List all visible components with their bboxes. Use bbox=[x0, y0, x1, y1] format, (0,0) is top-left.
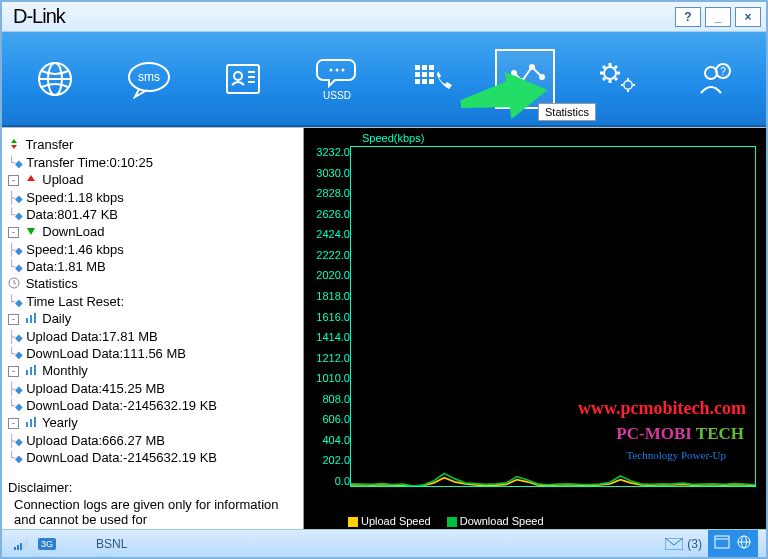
close-button[interactable]: × bbox=[735, 7, 761, 27]
stats-tree: Transfer └◆Transfer Time:0:10:25 - Uploa… bbox=[2, 128, 304, 529]
tree-value: Upload Data:17.81 MB bbox=[26, 329, 158, 344]
svg-rect-16 bbox=[415, 72, 420, 77]
tree-label: DownLoad bbox=[42, 224, 104, 239]
bar-chart-icon bbox=[25, 312, 37, 327]
tree-statistics[interactable]: Statistics bbox=[8, 275, 297, 293]
svg-point-26 bbox=[540, 75, 544, 79]
svg-line-35 bbox=[615, 78, 617, 80]
svg-rect-56 bbox=[17, 545, 19, 550]
window-icon[interactable] bbox=[714, 535, 730, 552]
legend-upload: Upload Speed bbox=[348, 515, 431, 527]
svg-rect-51 bbox=[34, 365, 36, 375]
help-icon: ? bbox=[684, 10, 691, 24]
tree-monthly-download[interactable]: └◆DownLoad Data:-2145632.19 KB bbox=[8, 397, 297, 414]
collapse-icon[interactable]: - bbox=[8, 418, 19, 429]
ussd-button[interactable]: USSD bbox=[307, 49, 367, 109]
collapse-icon[interactable]: - bbox=[8, 366, 19, 377]
tree-monthly-upload[interactable]: ├◆Upload Data:415.25 MB bbox=[8, 380, 297, 397]
svg-rect-54 bbox=[34, 417, 36, 427]
tree-label: Daily bbox=[42, 311, 71, 326]
svg-rect-19 bbox=[415, 79, 420, 84]
close-icon: × bbox=[744, 10, 751, 24]
globe-small-icon[interactable] bbox=[736, 534, 752, 553]
svg-rect-15 bbox=[429, 65, 434, 70]
gears-icon bbox=[596, 59, 642, 99]
svg-rect-46 bbox=[26, 318, 28, 323]
tree-monthly[interactable]: - Monthly bbox=[8, 362, 297, 380]
tree-download[interactable]: - DownLoad bbox=[8, 223, 297, 241]
internet-button[interactable] bbox=[25, 49, 85, 109]
sms-icon: sms bbox=[125, 59, 173, 99]
operator-name: BSNL bbox=[96, 537, 127, 551]
minimize-icon: _ bbox=[715, 10, 722, 24]
tree-yearly-download[interactable]: └◆DownLoad Data:-2145632.19 KB bbox=[8, 449, 297, 466]
collapse-icon[interactable]: - bbox=[8, 175, 19, 186]
tree-value: Time Last Reset: bbox=[26, 294, 124, 309]
svg-rect-21 bbox=[429, 79, 434, 84]
collapse-icon[interactable]: - bbox=[8, 314, 19, 325]
collapse-icon[interactable]: - bbox=[8, 227, 19, 238]
mail-icon[interactable] bbox=[665, 538, 683, 550]
transfer-icon bbox=[8, 138, 20, 153]
tree-label: Statistics bbox=[26, 276, 78, 291]
contacts-button[interactable] bbox=[213, 49, 273, 109]
tree-daily-upload[interactable]: ├◆Upload Data:17.81 MB bbox=[8, 328, 297, 345]
contacts-icon bbox=[221, 59, 265, 99]
tree-time-last-reset[interactable]: └◆Time Last Reset: bbox=[8, 293, 297, 310]
svg-rect-48 bbox=[34, 313, 36, 323]
settings-button[interactable] bbox=[589, 49, 649, 109]
tree-yearly-upload[interactable]: ├◆Upload Data:666.27 MB bbox=[8, 432, 297, 449]
svg-point-22 bbox=[504, 87, 508, 91]
message-count: (3) bbox=[687, 537, 702, 551]
svg-rect-59 bbox=[26, 539, 28, 550]
svg-rect-52 bbox=[26, 422, 28, 427]
tree-yearly[interactable]: - Yearly bbox=[8, 414, 297, 432]
chart-y-axis: 3232.03030.02828.02626.02424.02222.02020… bbox=[310, 134, 350, 523]
ussd-label: USSD bbox=[323, 90, 351, 101]
svg-rect-14 bbox=[422, 65, 427, 70]
tree-upload-data[interactable]: └◆Data:801.47 KB bbox=[8, 206, 297, 223]
main-toolbar: sms USSD ? bbox=[2, 32, 766, 127]
svg-point-12 bbox=[342, 69, 345, 72]
bar-chart-icon bbox=[25, 364, 37, 379]
tree-value: Transfer Time:0:10:25 bbox=[26, 155, 153, 170]
svg-rect-18 bbox=[429, 72, 434, 77]
statistics-button[interactable] bbox=[495, 49, 555, 109]
call-button[interactable] bbox=[401, 49, 461, 109]
svg-rect-50 bbox=[30, 367, 32, 375]
tree-upload[interactable]: - Upload bbox=[8, 171, 297, 189]
svg-line-33 bbox=[615, 66, 617, 68]
watermark-tagline: Technology Power-Up bbox=[626, 449, 726, 461]
sms-button[interactable]: sms bbox=[119, 49, 179, 109]
svg-point-23 bbox=[512, 71, 516, 75]
tree-value: DownLoad Data:111.56 MB bbox=[26, 346, 186, 361]
tree-daily[interactable]: - Daily bbox=[8, 310, 297, 328]
tree-daily-download[interactable]: └◆DownLoad Data:111.56 MB bbox=[8, 345, 297, 362]
speed-chart-panel: Speed(kbps) 3232.03030.02828.02626.02424… bbox=[304, 128, 766, 529]
content-area: Transfer └◆Transfer Time:0:10:25 - Uploa… bbox=[2, 127, 766, 529]
svg-line-32 bbox=[603, 66, 605, 68]
svg-point-24 bbox=[520, 79, 524, 83]
disclaimer-title: Disclaimer: bbox=[8, 480, 297, 495]
svg-point-36 bbox=[624, 80, 632, 88]
tree-upload-speed[interactable]: ├◆Speed:1.18 kbps bbox=[8, 189, 297, 206]
tree-value: Upload Data:666.27 MB bbox=[26, 433, 165, 448]
minimize-button[interactable]: _ bbox=[705, 7, 731, 27]
svg-rect-58 bbox=[23, 541, 25, 550]
svg-line-34 bbox=[603, 78, 605, 80]
titlebar: D-Link ? _ × bbox=[2, 2, 766, 32]
dialpad-phone-icon bbox=[409, 59, 453, 99]
tree-download-data[interactable]: └◆Data:1.81 MB bbox=[8, 258, 297, 275]
tree-label: Upload bbox=[42, 172, 83, 187]
tree-download-speed[interactable]: ├◆Speed:1.46 kbps bbox=[8, 241, 297, 258]
svg-point-27 bbox=[604, 67, 616, 79]
tree-value: DownLoad Data:-2145632.19 KB bbox=[26, 450, 217, 465]
tree-transfer-time[interactable]: └◆Transfer Time:0:10:25 bbox=[8, 154, 297, 171]
svg-point-6 bbox=[234, 72, 242, 80]
svg-rect-17 bbox=[422, 72, 427, 77]
svg-rect-47 bbox=[30, 315, 32, 323]
support-button[interactable]: ? bbox=[683, 49, 743, 109]
tree-transfer[interactable]: Transfer bbox=[8, 136, 297, 154]
help-button[interactable]: ? bbox=[675, 7, 701, 27]
tree-value: Upload Data:415.25 MB bbox=[26, 381, 165, 396]
